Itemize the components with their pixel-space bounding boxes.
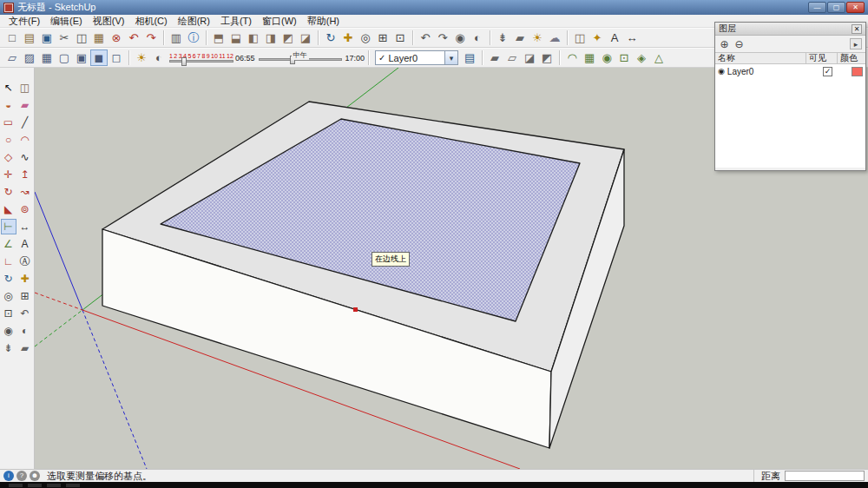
menu-view[interactable]: 视图(V) bbox=[88, 15, 130, 28]
erase-icon[interactable]: ⊗ bbox=[108, 30, 125, 46]
pan-icon[interactable]: ✚ bbox=[339, 30, 357, 46]
right-view-icon[interactable]: ◨ bbox=[262, 30, 279, 46]
look-around-icon[interactable]: ◐ bbox=[17, 323, 33, 339]
geolocation-info-icon[interactable]: i bbox=[3, 471, 14, 481]
zoom-extents-icon[interactable]: ⊡ bbox=[391, 30, 409, 46]
sign-in-icon[interactable]: ☻ bbox=[30, 471, 40, 481]
chevron-down-icon[interactable]: ▾ bbox=[444, 51, 457, 64]
zoom-window-icon[interactable]: ⊞ bbox=[374, 30, 391, 46]
save-icon[interactable]: ▣ bbox=[38, 30, 56, 46]
eraser-icon[interactable]: ▰ bbox=[17, 97, 33, 113]
new-icon[interactable]: □ bbox=[3, 30, 21, 46]
x-ray-icon[interactable]: ▱ bbox=[3, 49, 21, 66]
scale-icon[interactable]: ◣ bbox=[1, 201, 16, 217]
section-plane-tool-icon[interactable]: ▰ bbox=[486, 49, 503, 66]
back-edges-icon[interactable]: ▨ bbox=[21, 49, 38, 66]
shadow-settings-icon[interactable]: ☀ bbox=[133, 49, 150, 66]
shadow-time-slider[interactable]: 中午 bbox=[259, 52, 342, 64]
look-around-icon[interactable]: ◐ bbox=[469, 30, 486, 46]
position-camera-icon[interactable]: ◉ bbox=[1, 323, 16, 339]
walk-icon[interactable]: ⇟ bbox=[494, 30, 511, 46]
menu-edit[interactable]: 编辑(E) bbox=[45, 15, 88, 28]
from-scratch-icon[interactable]: ▦ bbox=[581, 49, 598, 66]
previous-view-icon[interactable]: ↶ bbox=[17, 306, 33, 321]
hidden-line-icon[interactable]: ▢ bbox=[56, 49, 73, 66]
menu-window[interactable]: 窗口(W) bbox=[257, 15, 302, 28]
top-view-icon[interactable]: ⬓ bbox=[227, 30, 245, 46]
layer-name[interactable]: Layer0 bbox=[727, 67, 821, 76]
freehand-icon[interactable]: ∿ bbox=[17, 149, 33, 165]
3d-text-icon[interactable]: Ⓐ bbox=[17, 254, 33, 269]
orbit-icon[interactable]: ↻ bbox=[1, 271, 16, 287]
zoom-extents-icon[interactable]: ⊡ bbox=[1, 306, 16, 321]
model-info-icon[interactable]: ⓘ bbox=[185, 30, 202, 46]
section-plane-icon[interactable]: ▰ bbox=[511, 30, 529, 46]
rotate-icon[interactable]: ↻ bbox=[1, 184, 16, 200]
paint-bucket-icon[interactable]: ◒ bbox=[1, 97, 16, 113]
add-layer-button[interactable]: ⊕ bbox=[719, 38, 730, 49]
shadow-date-slider[interactable]: 123456789101112 bbox=[169, 53, 233, 63]
section-fill-icon[interactable]: ◩ bbox=[538, 49, 556, 66]
tape-measure-icon[interactable]: ⊢ bbox=[1, 219, 16, 234]
menu-help[interactable]: 帮助(H) bbox=[302, 15, 345, 28]
wireframe-icon[interactable]: ▦ bbox=[38, 49, 56, 66]
date-slider-handle[interactable] bbox=[181, 57, 187, 66]
zoom-window-icon[interactable]: ⊞ bbox=[17, 288, 33, 304]
previous-view-icon[interactable]: ↶ bbox=[417, 30, 434, 46]
front-view-icon[interactable]: ◧ bbox=[245, 30, 262, 46]
stamp-icon[interactable]: ⊡ bbox=[615, 49, 633, 66]
offset-icon[interactable]: ⊚ bbox=[17, 201, 33, 217]
copy-icon[interactable]: ◫ bbox=[73, 30, 90, 46]
push-pull-icon[interactable]: ↥ bbox=[17, 167, 33, 182]
circle-icon[interactable]: ○ bbox=[1, 132, 16, 148]
from-contours-icon[interactable]: ◠ bbox=[563, 49, 581, 66]
layer-color-swatch[interactable] bbox=[852, 67, 863, 76]
close-icon[interactable]: ✕ bbox=[846, 2, 865, 13]
move-icon[interactable]: ✛ bbox=[1, 167, 16, 182]
shaded-with-textures-icon[interactable]: ◼ bbox=[90, 49, 108, 66]
polygon-icon[interactable]: ◇ bbox=[1, 149, 16, 165]
radio-selected-icon[interactable]: ◉ bbox=[718, 67, 725, 76]
measurement-box[interactable] bbox=[785, 471, 865, 481]
zoom-icon[interactable]: ◎ bbox=[1, 288, 16, 304]
layer-row[interactable]: ◉ Layer0 ✓ bbox=[715, 64, 865, 78]
display-section-planes-icon[interactable]: ▱ bbox=[503, 49, 521, 66]
active-layer-combo[interactable]: ✓ Layer0 ▾ bbox=[375, 50, 458, 65]
section-plane-icon[interactable]: ▰ bbox=[17, 340, 33, 356]
menu-camera[interactable]: 相机(C) bbox=[129, 15, 172, 28]
zoom-icon[interactable]: ◎ bbox=[357, 30, 374, 46]
orbit-icon[interactable]: ↻ bbox=[322, 30, 339, 46]
shadow-toggle-icon[interactable]: ◐ bbox=[150, 49, 168, 66]
follow-me-icon[interactable]: ↝ bbox=[17, 184, 33, 200]
layer-manager-icon[interactable]: ▤ bbox=[461, 49, 478, 66]
details-arrow-button[interactable]: ▸ bbox=[850, 38, 862, 49]
help-icon[interactable]: ? bbox=[16, 471, 27, 481]
menu-draw[interactable]: 绘图(R) bbox=[173, 15, 215, 28]
undo-icon[interactable]: ↶ bbox=[125, 30, 142, 46]
dimension-icon[interactable]: ↔ bbox=[623, 30, 641, 46]
menu-file[interactable]: 文件(F) bbox=[3, 15, 45, 28]
pan-icon[interactable]: ✚ bbox=[17, 271, 33, 287]
back-view-icon[interactable]: ◩ bbox=[279, 30, 297, 46]
next-view-icon[interactable]: ↷ bbox=[434, 30, 451, 46]
display-section-cuts-icon[interactable]: ◪ bbox=[521, 49, 538, 66]
interact-icon[interactable]: ✦ bbox=[589, 30, 606, 46]
maximize-icon[interactable]: ▢ bbox=[827, 2, 845, 13]
minimize-icon[interactable]: — bbox=[808, 2, 826, 13]
redo-icon[interactable]: ↷ bbox=[142, 30, 160, 46]
line-icon[interactable]: ╱ bbox=[17, 115, 33, 130]
axes-icon[interactable]: ∟ bbox=[1, 254, 16, 269]
fog-icon[interactable]: ☁ bbox=[546, 30, 563, 46]
walk-icon[interactable]: ⇟ bbox=[1, 340, 16, 356]
make-component-icon[interactable]: ◫ bbox=[571, 30, 589, 46]
rectangle-icon[interactable]: ▭ bbox=[1, 115, 16, 130]
shaded-icon[interactable]: ▣ bbox=[73, 49, 90, 66]
text-icon[interactable]: A bbox=[17, 236, 33, 252]
position-camera-icon[interactable]: ◉ bbox=[451, 30, 469, 46]
cut-icon[interactable]: ✂ bbox=[56, 30, 73, 46]
select-icon[interactable]: ↖ bbox=[1, 80, 16, 96]
shadows-icon[interactable]: ☀ bbox=[529, 30, 546, 46]
protractor-icon[interactable]: ∠ bbox=[1, 236, 16, 252]
arc-icon[interactable]: ◠ bbox=[17, 132, 33, 148]
left-view-icon[interactable]: ◪ bbox=[297, 30, 314, 46]
